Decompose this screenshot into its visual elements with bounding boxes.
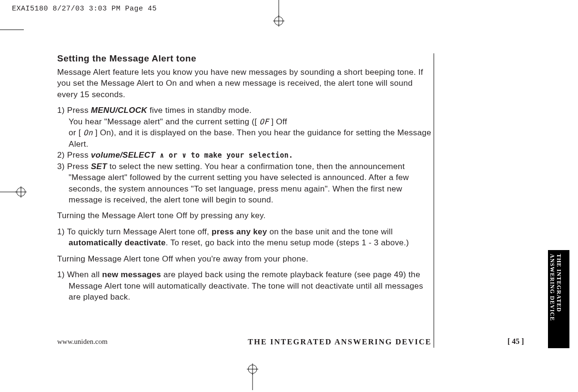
page-footer: www.uniden.com THE INTEGRATED ANSWERING … [57, 337, 524, 346]
sub1-step-1: 1) To quickly turn Message Alert tone of… [57, 226, 434, 249]
crop-mark-left [0, 185, 29, 201]
print-slug: EXAI5180 8/27/03 3:03 PM Page 45 [12, 5, 157, 13]
subsection-1-heading: Turning the Message Alert tone Off by pr… [57, 210, 434, 221]
hairline [0, 30, 24, 30]
svg-point-4 [248, 365, 257, 373]
crop-mark-top [272, 0, 286, 29]
vertical-rule [434, 53, 434, 348]
side-tab: THE INTEGRATED ANSWERING DEVICE [548, 250, 569, 348]
section-heading: Setting the Message Alert tone [57, 53, 434, 64]
side-tab-line2: ANSWERING DEVICE [548, 254, 556, 321]
intro-paragraph: Message Alert feature lets you know you … [57, 67, 434, 100]
footer-page-number: [ 45 ] [507, 337, 524, 346]
page-content: Setting the Message Alert tone Message A… [57, 53, 434, 308]
svg-point-9 [17, 188, 25, 196]
side-tab-line1: THE INTEGRATED [555, 254, 562, 312]
step-2: 2) Press volume/SELECT ∧ or ∨ to make yo… [57, 150, 434, 161]
crop-mark-bottom [245, 362, 260, 392]
svg-point-1 [274, 17, 283, 25]
step-1: 1) Press MENU/CLOCK five times in standb… [57, 105, 434, 150]
subsection-2-heading: Turning Message Alert tone Off when you'… [57, 253, 434, 264]
sub2-step-1: 1) When all new messages are played back… [57, 269, 434, 302]
step-3: 3) Press SET to select the new setting. … [57, 161, 434, 206]
footer-url: www.uniden.com [57, 338, 108, 345]
footer-title: THE INTEGRATED ANSWERING DEVICE [248, 337, 432, 347]
